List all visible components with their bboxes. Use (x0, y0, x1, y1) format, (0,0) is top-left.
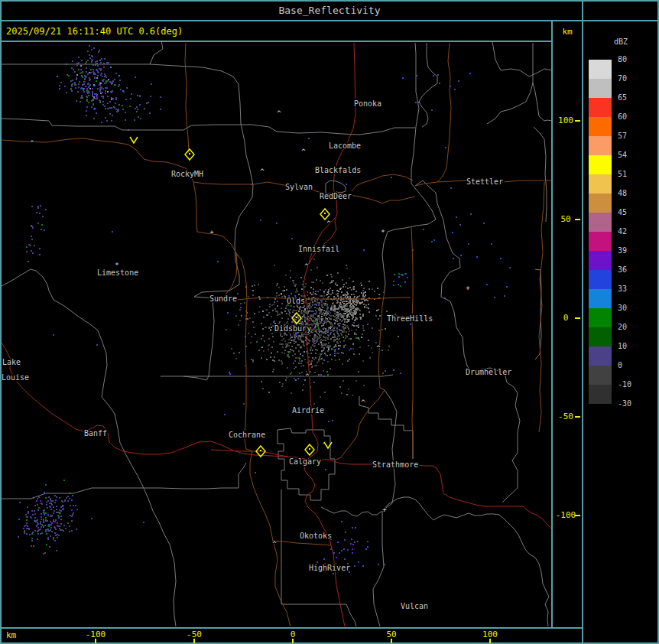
radar-echo (326, 304, 328, 305)
radar-echo (250, 342, 252, 343)
radar-echo (325, 340, 326, 341)
radar-echo (407, 277, 408, 278)
radar-echo (328, 342, 330, 343)
radar-echo (86, 61, 87, 63)
radar-echo (73, 69, 74, 70)
radar-echo (343, 331, 345, 333)
radar-echo (293, 306, 294, 307)
radar-echo (112, 82, 113, 83)
radar-echo (136, 111, 138, 112)
radar-echo (34, 520, 35, 522)
radar-echo (34, 505, 36, 506)
radar-echo (298, 363, 300, 364)
radar-echo (54, 521, 56, 522)
diamond-dot (260, 450, 261, 451)
radar-echo (83, 91, 85, 93)
radar-echo (297, 317, 299, 319)
radar-echo (321, 304, 323, 305)
radar-echo (50, 499, 51, 500)
radar-echo (92, 88, 93, 89)
radar-echo (91, 518, 93, 519)
radar-echo (326, 322, 327, 324)
radar-echo (315, 310, 317, 311)
radar-echo (351, 289, 352, 291)
radar-echo (320, 374, 322, 376)
radar-echo (112, 98, 114, 99)
radar-echo (274, 301, 275, 303)
radar-echo (319, 356, 320, 358)
radar-echo (60, 523, 62, 525)
radar-echo (338, 323, 339, 324)
radar-echo (350, 306, 352, 307)
radar-echo (109, 113, 111, 115)
radar-echo (339, 323, 341, 324)
radar-echo (102, 76, 103, 77)
radar-echo (352, 281, 354, 282)
radar-echo (60, 510, 62, 512)
radar-echo (261, 323, 262, 324)
radar-echo (313, 342, 314, 343)
radar-echo (53, 519, 54, 521)
radar-echo (350, 543, 352, 545)
radar-echo (271, 352, 272, 353)
radar-echo (342, 294, 344, 296)
radar-echo (110, 67, 112, 68)
radar-echo (262, 388, 264, 389)
radar-echo (268, 312, 270, 314)
radar-echo (112, 90, 113, 92)
radar-echo (377, 288, 378, 289)
radar-echo (102, 97, 104, 99)
radar-echo (36, 212, 37, 213)
radar-echo (49, 506, 50, 507)
radar-echo (318, 337, 320, 339)
radar-echo (101, 92, 102, 93)
radar-echo (309, 310, 310, 311)
radar-echo (346, 268, 348, 269)
radar-echo (331, 305, 333, 307)
radar-echo (298, 335, 300, 337)
radar-echo (237, 293, 239, 294)
radar-echo (54, 540, 56, 542)
radar-echo (322, 307, 323, 308)
radar-echo (355, 329, 357, 330)
radar-echo (319, 335, 320, 337)
radar-echo (105, 108, 106, 109)
radar-echo (295, 347, 297, 349)
radar-echo (355, 317, 357, 319)
radar-echo (40, 533, 41, 535)
radar-echo (358, 371, 359, 372)
city-label: Airdrie (292, 406, 324, 415)
radar-echo (342, 363, 343, 365)
radar-echo (325, 317, 326, 318)
radar-echo (349, 319, 350, 320)
divider-title-bottom (0, 20, 659, 21)
radar-echo (314, 336, 316, 337)
radar-echo (37, 527, 39, 529)
radar-echo (94, 73, 96, 74)
radar-echo (328, 346, 330, 347)
radar-echo (313, 317, 314, 318)
radar-echo (297, 337, 299, 339)
radar-echo (381, 350, 383, 351)
city-label: Ponoka (354, 99, 381, 108)
radar-echo (281, 307, 282, 309)
radar-echo (76, 529, 77, 530)
radar-echo (251, 336, 252, 337)
radar-echo (317, 291, 319, 292)
radar-echo (281, 336, 283, 337)
radar-echo (358, 327, 359, 328)
radar-echo (37, 509, 39, 511)
radar-echo (94, 108, 96, 109)
radar-echo (349, 338, 350, 340)
radar-echo (315, 330, 317, 331)
radar-echo (314, 307, 316, 308)
radar-echo (54, 532, 56, 534)
radar-echo (313, 311, 314, 312)
radar-echo (285, 275, 287, 276)
radar-echo (303, 341, 304, 343)
bottom-axis-unit: km (6, 630, 16, 640)
radar-echo (325, 333, 326, 334)
radar-echo (277, 312, 278, 314)
radar-echo (333, 349, 335, 350)
radar-echo (339, 386, 341, 388)
